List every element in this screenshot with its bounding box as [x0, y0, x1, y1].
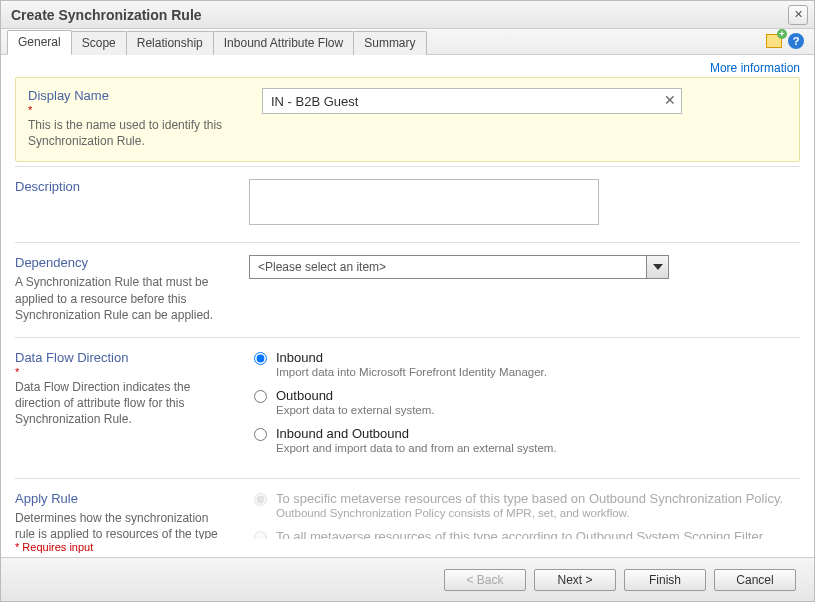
tab-scope[interactable]: Scope	[71, 31, 127, 55]
flow-direction-desc: Data Flow Direction indicates the direct…	[15, 379, 225, 428]
tab-tools: ?	[766, 33, 804, 49]
dependency-select-placeholder: <Please select an item>	[258, 260, 386, 274]
window-title: Create Synchronization Rule	[7, 7, 788, 23]
tab-general[interactable]: General	[7, 30, 72, 55]
dependency-desc: A Synchronization Rule that must be appl…	[15, 274, 225, 323]
content-area: Display Name * This is the name used to …	[1, 75, 814, 539]
description-heading: Description	[15, 179, 225, 194]
dependency-select[interactable]: <Please select an item>	[249, 255, 669, 279]
flow-outbound-label: Outbound	[276, 388, 435, 403]
section-dependency: Dependency A Synchronization Rule that m…	[15, 242, 800, 337]
flow-inbound-radio[interactable]	[254, 352, 267, 365]
flow-both-radio[interactable]	[254, 428, 267, 441]
flow-direction-required-mark: *	[15, 369, 225, 375]
cancel-button[interactable]: Cancel	[714, 569, 796, 591]
apply-policy-row: To specific metaverse resources of this …	[249, 491, 800, 519]
close-icon: ✕	[794, 8, 803, 21]
apply-policy-label: To specific metaverse resources of this …	[276, 491, 783, 506]
dependency-heading: Dependency	[15, 255, 225, 270]
close-button[interactable]: ✕	[788, 5, 808, 25]
chevron-down-icon	[646, 256, 668, 278]
section-display-name: Display Name * This is the name used to …	[15, 77, 800, 162]
finish-button[interactable]: Finish	[624, 569, 706, 591]
section-flow-direction: Data Flow Direction * Data Flow Directio…	[15, 337, 800, 478]
flow-both-sub: Export and import data to and from an ex…	[276, 442, 557, 454]
titlebar: Create Synchronization Rule ✕	[1, 1, 814, 29]
display-name-desc: This is the name used to identify this S…	[28, 117, 238, 149]
flow-inbound-row[interactable]: Inbound Import data into Microsoft Foref…	[249, 350, 800, 378]
create-sync-rule-dialog: Create Synchronization Rule ✕ General Sc…	[0, 0, 815, 602]
flow-inbound-label: Inbound	[276, 350, 547, 365]
flow-outbound-sub: Export data to external system.	[276, 404, 435, 416]
apply-rule-desc: Determines how the synchronization rule …	[15, 510, 225, 539]
more-information-link[interactable]: More information	[710, 61, 800, 75]
back-button: < Back	[444, 569, 526, 591]
clear-input-icon[interactable]: ✕	[664, 92, 676, 108]
display-name-required-mark: *	[28, 107, 238, 113]
flow-outbound-row[interactable]: Outbound Export data to external system.	[249, 388, 800, 416]
flow-inbound-sub: Import data into Microsoft Forefront Ide…	[276, 366, 547, 378]
apply-filter-radio	[254, 531, 267, 539]
next-button[interactable]: Next >	[534, 569, 616, 591]
tab-summary[interactable]: Summary	[353, 31, 426, 55]
section-description: Description	[15, 166, 800, 242]
apply-policy-radio	[254, 493, 267, 506]
tab-row: General Scope Relationship Inbound Attri…	[1, 29, 814, 55]
display-name-heading: Display Name	[28, 88, 238, 103]
flow-outbound-radio[interactable]	[254, 390, 267, 403]
flow-both-label: Inbound and Outbound	[276, 426, 557, 441]
apply-filter-row: To all metaverse resources of this type …	[249, 529, 800, 539]
apply-rule-heading: Apply Rule	[15, 491, 225, 506]
section-apply-rule: Apply Rule Determines how the synchroniz…	[15, 478, 800, 539]
description-input[interactable]	[249, 179, 599, 225]
requires-input-note: * Requires input	[1, 539, 814, 557]
footer: < Back Next > Finish Cancel	[1, 557, 814, 601]
apply-filter-label: To all metaverse resources of this type …	[276, 529, 766, 539]
tab-inbound-attribute-flow[interactable]: Inbound Attribute Flow	[213, 31, 354, 55]
flow-both-row[interactable]: Inbound and Outbound Export and import d…	[249, 426, 800, 454]
display-name-input[interactable]	[262, 88, 682, 114]
more-info-row: More information	[1, 55, 814, 75]
apply-policy-sub: Outbound Synchronization Policy consists…	[276, 507, 783, 519]
tab-relationship[interactable]: Relationship	[126, 31, 214, 55]
add-note-icon[interactable]	[766, 34, 782, 48]
flow-direction-heading: Data Flow Direction	[15, 350, 225, 365]
help-icon[interactable]: ?	[788, 33, 804, 49]
